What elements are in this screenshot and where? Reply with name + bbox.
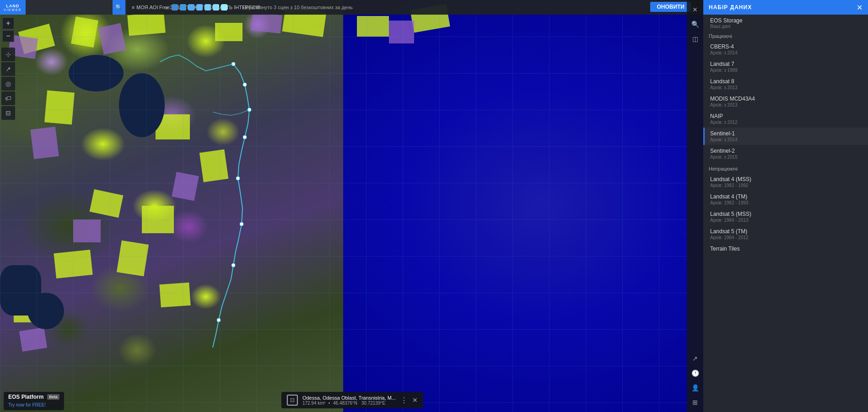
map-area[interactable]: LAND VIEWER Odessa, Odessa Oblast, Trans… [0, 0, 705, 412]
dataset-terrain-tiles[interactable]: Terrain Tiles [703, 243, 868, 255]
eos-beta-badge: Beta [47, 394, 59, 400]
search-box[interactable]: Odessa, Odessa Oblast, Transnist... 🔍 [26, 0, 126, 15]
close-panel-button[interactable]: ✕ [688, 3, 702, 16]
history-button[interactable]: 🕐 [688, 366, 702, 380]
location-area: 172.94 km² [302, 401, 325, 406]
dataset-cbers4[interactable]: CBERS-4 Архів: з 2014 [703, 41, 868, 58]
free-dot-5 [205, 4, 211, 11]
location-options-button[interactable]: ⋮ [400, 396, 408, 405]
field-patch [215, 23, 243, 41]
dataset-landsat4-mss[interactable]: Landsat 4 (MSS) Архів: 1982 - 1992 [703, 173, 868, 191]
section-working: Працюючі [703, 30, 868, 41]
free-label: Free [159, 5, 170, 10]
app-logo: LAND VIEWER [0, 0, 26, 15]
field-patch-purple [389, 21, 414, 43]
zoom-controls: + − [2, 17, 14, 42]
panel-content: EOS Storage Ваші дані Працюючі CBERS-4 А… [703, 15, 868, 412]
filter-tool-button[interactable]: ◎ [1, 77, 15, 91]
user-button[interactable]: 👤 [688, 381, 702, 395]
scenes-info-text: Переглянуто 3 сцен з 10 безкоштовних за … [243, 5, 353, 10]
right-panel: НАБІР ДАНИХ ✕ EOS Storage Ваші дані Прац… [703, 0, 868, 412]
location-bar: ⊡ Odessa, Odessa Oblast, Transnistria, M… [281, 392, 423, 408]
water-body [119, 73, 165, 137]
panel-close-button[interactable]: ✕ [857, 3, 863, 12]
search-input[interactable]: Odessa, Odessa Oblast, Transnist... [26, 4, 113, 11]
water-body [69, 55, 124, 91]
field-patch-purple [251, 12, 282, 34]
scenes-info: Переглянуто 3 сцен з 10 безкоштовних за … [243, 0, 353, 15]
cursor-tool-button[interactable]: ⊹ [1, 48, 15, 61]
section-nonworking: Непрацюючі [703, 162, 868, 173]
field-patch [357, 16, 389, 37]
sea-area [293, 0, 705, 412]
field-patch [44, 91, 75, 125]
field-patch-purple [172, 172, 199, 201]
dataset-sentinel1[interactable]: Sentinel-1 Архів: з 2014 [703, 128, 868, 145]
logo-viewer: VIEWER [4, 8, 22, 11]
location-lat: 46.48376°N [333, 401, 357, 406]
location-coordinates: 172.94 km² • 46.48376°N 30.72139°E [302, 401, 396, 406]
dataset-landsat4-tm[interactable]: Landsat 4 (TM) Архів: 1982 - 1993 [703, 191, 868, 208]
free-dot-2 [180, 4, 186, 11]
field-patch-purple [30, 127, 59, 159]
panel-title: НАБІР ДАНИХ [709, 4, 752, 11]
dataset-landsat7[interactable]: Landsat 7 Архів: з 1999 [703, 58, 868, 75]
eos-storage-name: EOS Storage [710, 17, 863, 24]
eos-platform-badge: EOS Platform Beta Try now for FREE! [4, 392, 64, 410]
field-patch [199, 149, 229, 182]
location-lon: 30.72139°E [361, 401, 385, 406]
layers-panel-button[interactable]: ◫ [688, 32, 702, 46]
apps-button[interactable]: ⊞ [688, 396, 702, 409]
dataset-sentinel2[interactable]: Sentinel-2 Архів: з 2015 [703, 145, 868, 162]
eos-try-link[interactable]: Try now for FREE! [8, 400, 59, 408]
search-panel-button[interactable]: 🔍 [688, 17, 702, 31]
share-button[interactable]: ↗ [688, 352, 702, 365]
zoom-in-button[interactable]: + [2, 17, 14, 29]
field-patch [159, 283, 190, 307]
top-bar: LAND VIEWER Odessa, Odessa Oblast, Trans… [0, 0, 705, 15]
free-bar: Free [156, 0, 231, 15]
dataset-landsat8[interactable]: Landsat 8 Архів: з 2013 [703, 75, 868, 93]
dataset-modis[interactable]: MODIS MCD43A4 Архів: з 2013 [703, 93, 868, 110]
eos-try-label: Try now for FREE! [8, 402, 46, 407]
measure-tool-button[interactable]: ↗ [1, 62, 15, 76]
logo-land: LAND [6, 4, 19, 8]
eos-platform-title: EOS Platform [8, 394, 43, 400]
panel-header: НАБІР ДАНИХ ✕ [703, 0, 868, 15]
tag-tool-button[interactable]: 🏷 [1, 91, 15, 105]
free-dot-4 [196, 4, 203, 11]
field-patch-purple [73, 219, 101, 242]
eos-storage-item[interactable]: EOS Storage Ваші дані [703, 15, 868, 30]
refresh-button[interactable]: ОНОВИТИ [650, 2, 691, 12]
dataset-landsat5-mss[interactable]: Landsat 5 (MSS) Архів: 1984 - 2013 [703, 208, 868, 225]
field-patch [117, 241, 149, 277]
free-dot-7 [221, 4, 227, 11]
field-patch-purple [19, 327, 47, 352]
coord-separator: • [329, 401, 330, 406]
menu-icon: ≡ [132, 5, 135, 10]
field-patch [142, 206, 174, 233]
left-toolbar: + − ⊹ ↗ ◎ 🏷 ⊟ [0, 15, 16, 123]
location-name: Odessa, Odessa Oblast, Transnistria, M..… [302, 395, 396, 401]
dataset-naip[interactable]: NAIP Архів: з 2012 [703, 110, 868, 128]
location-close-button[interactable]: ✕ [412, 396, 418, 404]
field-patch [54, 250, 92, 278]
free-dot-3 [188, 4, 194, 11]
search-button[interactable]: 🔍 [113, 0, 125, 15]
location-icon: ⊡ [287, 395, 298, 406]
water-body-3 [27, 293, 64, 329]
zoom-out-button[interactable]: − [2, 30, 14, 42]
field-patch [127, 12, 166, 36]
field-patch [71, 16, 98, 48]
layers-tool-button[interactable]: ⊟ [1, 106, 15, 120]
my-aoi-label: МОЯ AOI [136, 5, 158, 10]
dataset-landsat5-tm[interactable]: Landsat 5 (TM) Архів: 1984 - 2012 [703, 225, 868, 243]
free-dot-6 [213, 4, 219, 11]
my-aoi-menu[interactable]: ≡ МОЯ AOI [132, 5, 158, 10]
right-side-icons: ✕ 🔍 ◫ ↗ 🕐 👤 ⊞ [687, 0, 703, 412]
free-dot-1 [172, 4, 178, 11]
eos-storage-sub: Ваші дані [710, 24, 863, 29]
